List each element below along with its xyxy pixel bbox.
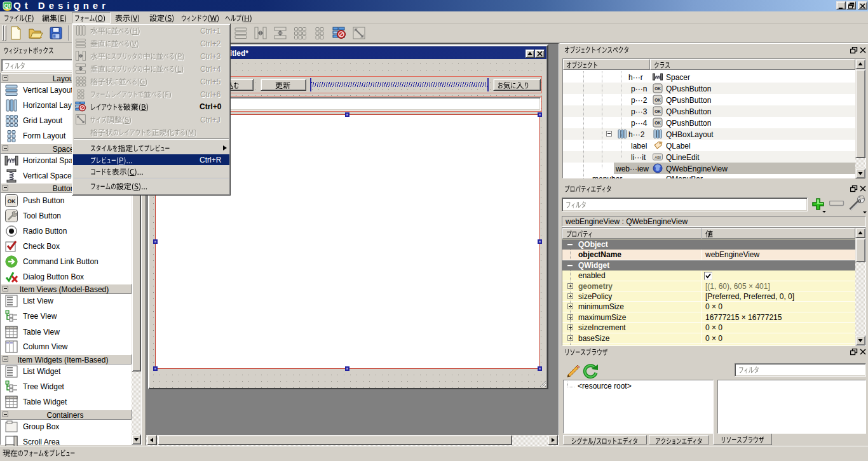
svg-text:OK: OK	[8, 198, 17, 204]
svg-text:OK: OK	[654, 109, 661, 114]
svg-text:OK: OK	[654, 98, 661, 102]
svg-text:Qt: Qt	[4, 3, 11, 9]
svg-text:OK: OK	[654, 121, 661, 125]
svg-text:ABI: ABI	[654, 156, 661, 159]
svg-text:OK: OK	[654, 86, 661, 91]
